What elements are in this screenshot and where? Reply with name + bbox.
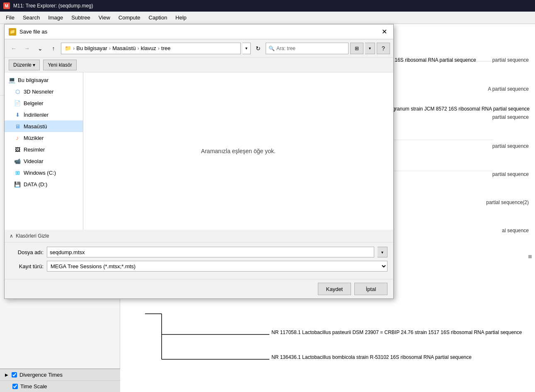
menu-image[interactable]: Image (44, 13, 67, 22)
path-segment-desktop[interactable]: Masaüstü (112, 45, 136, 51)
partial-seq-2: A partial sequence (488, 86, 529, 92)
partial-seq-6: partial sequence(2) (486, 200, 529, 205)
partial-seq-3: partial sequence (492, 114, 529, 120)
savetype-row: Kayıt türü: MEGA Tree Sessions (*.mtsx;*… (10, 261, 387, 272)
menu-help[interactable]: Help (171, 13, 191, 22)
partial-seq-5: partial sequence (492, 171, 529, 177)
help-button[interactable]: ? (377, 43, 390, 54)
dialog-title-text: Save file as (19, 29, 376, 35)
menu-caption[interactable]: Caption (145, 13, 172, 22)
sidebar-item-3d[interactable]: ⬡ 3D Nesneler (5, 86, 83, 97)
filename-label: Dosya adı: (10, 249, 44, 255)
cancel-button[interactable]: İptal (354, 283, 387, 295)
refresh-button[interactable]: ↻ (252, 43, 264, 54)
path-segment-klavuz[interactable]: klavuz (141, 45, 156, 51)
downloads-icon: ⬇ (14, 111, 21, 118)
empty-message: Aramanızla eşleşen öğe yok. (201, 148, 276, 154)
sidebar-item-documents[interactable]: 📄 Belgeler (5, 97, 83, 109)
savetype-label: Kayıt türü: (10, 263, 44, 269)
view-toggle-button[interactable]: ⊞ (350, 43, 363, 54)
sidebar-item-music[interactable]: ♪ Müzikler (5, 132, 83, 144)
collapse-arrow-icon: ∧ (10, 233, 13, 239)
windows-icon: ⊞ (14, 169, 21, 176)
images-icon: 🖼 (14, 146, 21, 153)
save-dialog: 📁 Save file as ✕ ← → ⌄ ↑ 📁 › Bu bilgisay… (4, 24, 394, 299)
sidebar-item-images[interactable]: 🖼 Resimler (5, 144, 83, 155)
search-box: 🔍 Ara: tree (266, 43, 349, 54)
nav-dropdown-button[interactable]: ⌄ (34, 43, 46, 54)
filename-row: Dosya adı: ▾ (10, 247, 387, 257)
dialog-title-bar: 📁 Save file as ✕ (5, 24, 393, 39)
filename-input[interactable] (47, 247, 374, 257)
time-scale-checkbox[interactable] (12, 384, 18, 389)
filename-dropdown[interactable]: ▾ (378, 247, 387, 257)
data-icon: 💾 (14, 180, 21, 188)
3d-icon: ⬡ (14, 88, 21, 95)
search-icon: 🔍 (269, 46, 275, 51)
sidebar-item-computer[interactable]: 💻 Bu bilgisayar (5, 74, 83, 86)
time-scale-row[interactable]: Time Scale (0, 380, 120, 392)
computer-icon: 💻 (8, 76, 15, 84)
new-folder-button[interactable]: Yeni klasör (43, 60, 76, 70)
menu-compute[interactable]: Compute (114, 13, 145, 22)
sidebar-item-videos[interactable]: 📹 Videolar (5, 155, 83, 167)
dialog-close-button[interactable]: ✕ (379, 27, 389, 37)
nav-forward-button[interactable]: → (21, 43, 33, 54)
savetype-select[interactable]: MEGA Tree Sessions (*.mtsx;*.mts) (47, 261, 387, 272)
sidebar-item-data[interactable]: 💾 DATA (D:) (5, 178, 83, 190)
path-dropdown-button[interactable]: ▾ (242, 43, 251, 54)
partial-seq-4: partial sequence (492, 143, 529, 149)
documents-icon: 📄 (14, 99, 21, 107)
file-fields: Dosya adı: ▾ Kayıt türü: MEGA Tree Sessi… (5, 242, 393, 279)
divergence-times-row[interactable]: ▶ Divergence Times (0, 368, 120, 380)
desktop-icon: 🖥 (14, 123, 21, 130)
file-content-area: Aramanızla eşleşen öğe yok. (83, 72, 393, 230)
menu-view[interactable]: View (94, 13, 114, 22)
sidebar-item-windows[interactable]: ⊞ Windows (C:) (5, 167, 83, 178)
divergence-times-checkbox[interactable] (12, 372, 17, 378)
divergence-expand-icon: ▶ (5, 373, 8, 377)
partial-seq-7: al sequence (502, 228, 529, 233)
search-placeholder: Ara: tree (276, 46, 295, 51)
nav-back-button[interactable]: ← (8, 43, 19, 54)
app-icon: M (3, 2, 10, 9)
sidebar-tree: 💻 Bu bilgisayar ⬡ 3D Nesneler 📄 Belgeler… (5, 72, 83, 230)
sidebar-item-downloads[interactable]: ⬇ İndirilenler (5, 109, 83, 120)
organize-button[interactable]: Düzenle ▾ (9, 60, 40, 70)
partial-seq-1: partial sequence (492, 57, 529, 63)
nav-up-button[interactable]: ↑ (48, 43, 59, 54)
menu-search[interactable]: Search (19, 13, 44, 22)
menu-file[interactable]: File (2, 13, 19, 22)
menu-subtree[interactable]: Subtree (67, 13, 94, 22)
nav-bar: ← → ⌄ ↑ 📁 › Bu bilgisayar › Masaüstü › k… (5, 39, 393, 58)
divergence-times-label: Divergence Times (19, 372, 63, 378)
videos-icon: 📹 (14, 157, 21, 165)
app-title: M11: Tree Explorer: (seqdump.meg) (13, 3, 93, 9)
breadcrumb-bar: 📁 › Bu bilgisayar › Masaüstü › klavuz › … (61, 43, 241, 54)
dialog-button-row: Kaydet İptal (5, 279, 393, 298)
svg-rect-14 (528, 255, 532, 258)
menu-bar: File Search Image Subtree View Compute C… (0, 12, 535, 24)
save-button[interactable]: Kaydet (318, 283, 351, 295)
path-segment-computer[interactable]: Bu bilgisayar (76, 45, 107, 51)
tree-node-10: NR 136436.1 Lactobacillus bombicola stra… (271, 354, 472, 360)
toolbar-row: Düzenle ▾ Yeni klasör (5, 58, 393, 72)
title-bar: M M11: Tree Explorer: (seqdump.meg) (0, 0, 535, 12)
tree-node-9: NR 117058.1 Lactobacillus pasteurii DSM … (271, 329, 522, 335)
bottom-panel: ▶ Divergence Times Time Scale (0, 368, 120, 392)
view-options-dropdown[interactable]: ▾ (365, 43, 375, 54)
time-scale-label: Time Scale (20, 383, 47, 390)
sidebar-item-desktop[interactable]: 🖥 Masaüstü (5, 120, 83, 132)
music-icon: ♪ (14, 134, 21, 142)
path-segment-tree[interactable]: tree (161, 45, 170, 51)
file-browser: 💻 Bu bilgisayar ⬡ 3D Nesneler 📄 Belgeler… (5, 72, 393, 230)
dialog-title-icon: 📁 (9, 28, 16, 36)
collapse-folders-row[interactable]: ∧ Klasörleri Gizle (5, 230, 393, 242)
collapse-folders-label: Klasörleri Gizle (16, 233, 49, 239)
path-icon: 📁 (65, 45, 71, 51)
